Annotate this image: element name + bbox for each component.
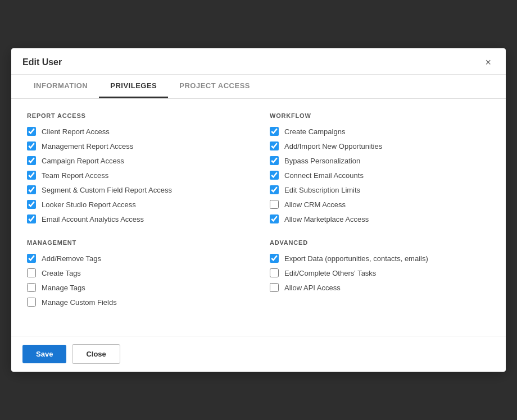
checkbox-edit-complete-others-tasks-label: Edit/Complete Others' Tasks: [284, 269, 376, 277]
checkbox-segment-custom-field-report-input[interactable]: [27, 185, 36, 194]
management-list: Add/Remove Tags Create Tags Manage Tags: [27, 254, 247, 307]
checkbox-campaign-report-label: Campaign Report Access: [42, 157, 124, 165]
tab-information[interactable]: INFORMATION: [22, 75, 99, 98]
advanced-section: ADVANCED Export Data (opportunities, con…: [270, 239, 490, 292]
privileges-grid: REPORT ACCESS Client Report Access Manag…: [27, 112, 490, 322]
checkbox-export-data-label: Export Data (opportunities, contacts, em…: [284, 254, 428, 263]
checkbox-manage-custom-fields-input[interactable]: [27, 298, 36, 307]
checkbox-allow-crm-access[interactable]: Allow CRM Access: [270, 200, 490, 209]
checkbox-create-campaigns[interactable]: Create Campaigns: [270, 127, 490, 136]
report-access-list: Client Report Access Management Report A…: [27, 127, 247, 223]
tab-project-access[interactable]: PROJECT ACCESS: [168, 75, 261, 98]
management-section: MANAGEMENT Add/Remove Tags Create Tags: [27, 239, 247, 307]
checkbox-create-tags-input[interactable]: [27, 268, 36, 277]
checkbox-add-remove-tags[interactable]: Add/Remove Tags: [27, 254, 247, 263]
checkbox-management-report-label: Management Report Access: [42, 142, 133, 150]
checkbox-team-report[interactable]: Team Report Access: [27, 171, 247, 180]
checkbox-manage-tags-label: Manage Tags: [42, 284, 85, 292]
checkbox-add-remove-tags-input[interactable]: [27, 254, 36, 263]
checkbox-email-account-analytics-input[interactable]: [27, 214, 36, 223]
checkbox-add-import-opportunities-label: Add/Import New Opportunities: [284, 142, 382, 150]
checkbox-add-remove-tags-label: Add/Remove Tags: [42, 254, 101, 263]
checkbox-allow-crm-access-input[interactable]: [270, 200, 279, 209]
checkbox-manage-tags[interactable]: Manage Tags: [27, 283, 247, 292]
checkbox-manage-custom-fields-label: Manage Custom Fields: [42, 298, 117, 307]
checkbox-create-campaigns-label: Create Campaigns: [284, 127, 345, 136]
checkbox-campaign-report-input[interactable]: [27, 156, 36, 165]
workflow-title: WORKFLOW: [270, 112, 490, 119]
checkbox-allow-crm-access-label: Allow CRM Access: [284, 200, 346, 209]
checkbox-create-tags[interactable]: Create Tags: [27, 268, 247, 277]
checkbox-segment-custom-field-report-label: Segment & Custom Field Report Access: [42, 186, 172, 194]
checkbox-export-data-input[interactable]: [270, 254, 279, 263]
close-button[interactable]: Close: [72, 344, 120, 364]
checkbox-export-data[interactable]: Export Data (opportunities, contacts, em…: [270, 254, 490, 263]
tab-privileges[interactable]: PRIVILEGES: [99, 75, 168, 98]
modal-title: Edit User: [22, 57, 62, 67]
checkbox-segment-custom-field-report[interactable]: Segment & Custom Field Report Access: [27, 185, 247, 194]
left-column: REPORT ACCESS Client Report Access Manag…: [27, 112, 247, 322]
modal-body: REPORT ACCESS Client Report Access Manag…: [11, 99, 506, 336]
report-access-section: REPORT ACCESS Client Report Access Manag…: [27, 112, 247, 223]
checkbox-edit-complete-others-tasks[interactable]: Edit/Complete Others' Tasks: [270, 268, 490, 277]
checkbox-team-report-input[interactable]: [27, 171, 36, 180]
checkbox-connect-email-accounts-input[interactable]: [270, 171, 279, 180]
checkbox-edit-subscription-limits[interactable]: Edit Subscription Limits: [270, 185, 490, 194]
checkbox-email-account-analytics[interactable]: Email Account Analytics Access: [27, 214, 247, 223]
workflow-section: WORKFLOW Create Campaigns Add/Import New…: [270, 112, 490, 223]
modal-overlay: Edit User × INFORMATION PRIVILEGES PROJE…: [0, 0, 517, 420]
checkbox-management-report[interactable]: Management Report Access: [27, 141, 247, 150]
checkbox-campaign-report[interactable]: Campaign Report Access: [27, 156, 247, 165]
checkbox-allow-api-access-label: Allow API Access: [284, 284, 341, 292]
advanced-list: Export Data (opportunities, contacts, em…: [270, 254, 490, 292]
checkbox-allow-marketplace-access[interactable]: Allow Marketplace Access: [270, 214, 490, 223]
save-button[interactable]: Save: [22, 345, 66, 363]
checkbox-management-report-input[interactable]: [27, 141, 36, 150]
checkbox-connect-email-accounts[interactable]: Connect Email Accounts: [270, 171, 490, 180]
checkbox-allow-marketplace-access-input[interactable]: [270, 214, 279, 223]
edit-user-modal: Edit User × INFORMATION PRIVILEGES PROJE…: [11, 48, 506, 372]
checkbox-add-import-opportunities-input[interactable]: [270, 141, 279, 150]
checkbox-bypass-personalization-label: Bypass Personalization: [284, 157, 360, 165]
right-column: WORKFLOW Create Campaigns Add/Import New…: [270, 112, 490, 322]
checkbox-bypass-personalization-input[interactable]: [270, 156, 279, 165]
management-title: MANAGEMENT: [27, 239, 247, 246]
checkbox-edit-subscription-limits-input[interactable]: [270, 185, 279, 194]
checkbox-allow-api-access[interactable]: Allow API Access: [270, 283, 490, 292]
checkbox-add-import-opportunities[interactable]: Add/Import New Opportunities: [270, 141, 490, 150]
checkbox-looker-studio-report-input[interactable]: [27, 200, 36, 209]
checkbox-manage-tags-input[interactable]: [27, 283, 36, 292]
modal-close-button[interactable]: ×: [482, 56, 495, 69]
checkbox-bypass-personalization[interactable]: Bypass Personalization: [270, 156, 490, 165]
workflow-list: Create Campaigns Add/Import New Opportun…: [270, 127, 490, 223]
checkbox-create-campaigns-input[interactable]: [270, 127, 279, 136]
modal-header: Edit User ×: [11, 48, 506, 75]
report-access-title: REPORT ACCESS: [27, 112, 247, 119]
checkbox-client-report[interactable]: Client Report Access: [27, 127, 247, 136]
advanced-title: ADVANCED: [270, 239, 490, 246]
checkbox-email-account-analytics-label: Email Account Analytics Access: [42, 215, 144, 223]
checkbox-allow-marketplace-access-label: Allow Marketplace Access: [284, 215, 369, 223]
checkbox-client-report-input[interactable]: [27, 127, 36, 136]
tab-bar: INFORMATION PRIVILEGES PROJECT ACCESS: [11, 75, 506, 99]
checkbox-looker-studio-report[interactable]: Looker Studio Report Access: [27, 200, 247, 209]
checkbox-allow-api-access-input[interactable]: [270, 283, 279, 292]
modal-footer: Save Close: [11, 336, 506, 372]
checkbox-team-report-label: Team Report Access: [42, 171, 108, 180]
checkbox-create-tags-label: Create Tags: [42, 269, 81, 277]
checkbox-edit-subscription-limits-label: Edit Subscription Limits: [284, 186, 360, 194]
checkbox-edit-complete-others-tasks-input[interactable]: [270, 268, 279, 277]
checkbox-looker-studio-report-label: Looker Studio Report Access: [42, 200, 136, 209]
checkbox-manage-custom-fields[interactable]: Manage Custom Fields: [27, 298, 247, 307]
checkbox-connect-email-accounts-label: Connect Email Accounts: [284, 171, 364, 180]
checkbox-client-report-label: Client Report Access: [42, 127, 110, 136]
